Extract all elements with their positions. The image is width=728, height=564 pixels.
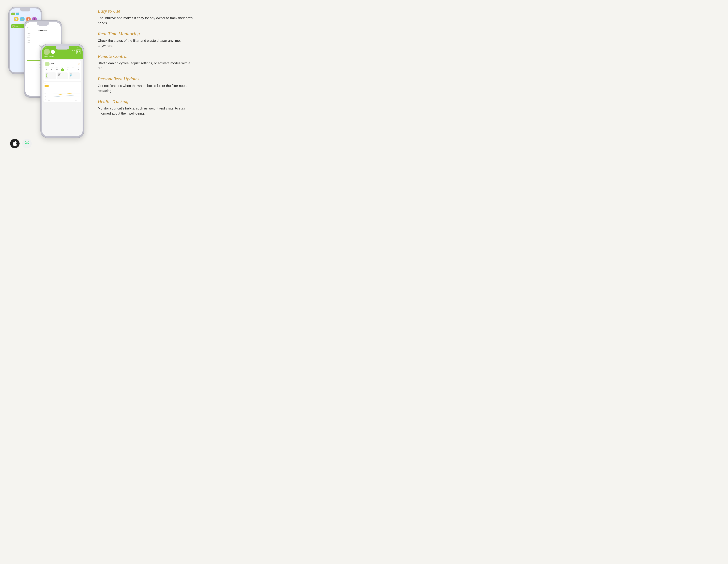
feature-real-time-monitoring: Real-Time Monitoring Check the status of… xyxy=(98,31,195,48)
stat-weight: Weight 5.1 /kg xyxy=(69,72,80,79)
cal-sat: SAT 3 xyxy=(77,67,80,71)
android-icon[interactable] xyxy=(22,139,32,148)
feature-rtm-desc: Check the status of the filter and waste… xyxy=(98,38,195,48)
svg-line-24 xyxy=(28,141,28,142)
phone-back-notch xyxy=(20,8,30,11)
wc-title: Weight curve xyxy=(44,83,80,85)
svg-rect-18 xyxy=(28,145,28,146)
front-calendar: SUN 28 MON 29 TUE 30 xyxy=(45,67,80,71)
front-cat-section: Name 2 years < 分享 SUN 28 xyxy=(43,60,81,81)
wc-tab-6months[interactable]: 6months xyxy=(54,85,59,87)
mid-device-label: Device n... xyxy=(27,33,59,34)
features-container: Easy to Use The intuitive app makes it e… xyxy=(98,7,195,121)
front-cat-name: Name xyxy=(51,63,77,64)
feature-ht-title: Health Tracking xyxy=(98,99,195,104)
mid-connecting-title: Connecting xyxy=(27,29,59,31)
cal-tue: TUE 30 xyxy=(55,67,58,71)
badge-home[interactable]: Home xyxy=(44,56,48,57)
svg-rect-20 xyxy=(29,143,29,144)
feature-easy-to-use: Easy to Use The intuitive app makes it e… xyxy=(98,8,195,26)
front-body: Name 2 years < 分享 SUN 28 xyxy=(42,59,83,136)
front-cat-avatar xyxy=(45,62,50,66)
svg-point-21 xyxy=(26,143,26,144)
front-stats: Today 6 Times Average 66 s Weight xyxy=(45,72,80,79)
front-cat-age: 2 years xyxy=(51,64,77,65)
svg-line-23 xyxy=(25,141,26,142)
wc-x-labels: 02.18 03.18 xyxy=(44,100,80,101)
apple-icon[interactable] xyxy=(10,139,20,148)
wc-tab-12months[interactable]: 12months xyxy=(59,85,64,87)
platform-icons xyxy=(10,139,32,148)
phones-section: Fecal pellets Cat litter 🔄 Auto mode 🌙 xyxy=(7,7,88,152)
feature-ht-desc: Monitor your cat's habits, such as weigh… xyxy=(98,106,195,116)
front-signal-icons: ▲▲ ☐ xyxy=(77,47,81,48)
stat-average: Average 66 s xyxy=(57,72,68,79)
front-settings-icon[interactable]: ✦ xyxy=(72,50,73,54)
wc-y-labels: 6.8kg 4.8kg 3.2kg 1.6kg 0kg xyxy=(44,88,46,100)
cal-fri: FRI 2 xyxy=(71,67,74,71)
front-add-btn[interactable]: + xyxy=(51,50,55,54)
svg-rect-17 xyxy=(26,145,26,146)
back-icon-auto: 🔄 Auto mode xyxy=(14,17,19,23)
feature-health-tracking: Health Tracking Monitor your cat's habit… xyxy=(98,99,195,116)
svg-point-22 xyxy=(27,143,28,144)
feature-pu-title: Personalized Updates xyxy=(98,76,195,82)
feature-rtm-title: Real-Time Monitoring xyxy=(98,31,195,36)
front-share-btn[interactable]: < 分享 xyxy=(77,63,80,65)
front-badges: Home Add Cat xyxy=(44,56,81,57)
back-icon-donotdisturb: 🌙 Do not dis... xyxy=(20,17,25,23)
badge-addcat[interactable]: Add Cat xyxy=(49,56,54,57)
pill1-label: Fecal pellets xyxy=(11,12,15,13)
cal-wed[interactable]: WED 31 xyxy=(61,67,64,71)
phone-mid-notch xyxy=(37,22,49,26)
wc-chart: 6.8kg 4.8kg 3.2kg 1.6kg 0kg xyxy=(44,88,80,100)
feature-easy-to-use-title: Easy to Use xyxy=(98,8,195,14)
feature-pu-desc: Get notifications when the waste box is … xyxy=(98,83,195,93)
cal-mon: MON 29 xyxy=(50,67,53,71)
front-sparkle-icon: ✦ xyxy=(74,50,75,54)
wc-tab-3months[interactable]: 3months xyxy=(49,85,54,87)
feature-rc-title: Remote Control xyxy=(98,54,195,59)
phone-front: 01:02 ▲▲ ☐ + ✦ ✦ xyxy=(40,44,84,138)
svg-rect-19 xyxy=(25,143,25,144)
cal-sun: SUN 28 xyxy=(45,67,48,71)
pill2-label: Cat litter xyxy=(16,12,19,13)
front-time: 01:02 xyxy=(44,47,47,48)
mid-log-rows: • 00:15 • 01:13 • 01:23 • 02:30 • 04:35 xyxy=(27,35,59,43)
wc-tab-1month[interactable]: 1month xyxy=(44,85,49,87)
stat-today: Today 6 Times xyxy=(45,72,56,79)
front-cat-info: Name 2 years xyxy=(51,63,77,65)
clean-label: Clean xyxy=(16,26,18,27)
feature-remote-control: Remote Control Start cleaning cycles, ad… xyxy=(98,54,195,71)
wc-tabs: 1month 3months 6months 12months xyxy=(44,85,80,87)
phone-front-notch xyxy=(56,46,69,50)
front-green-header: + ✦ ✦ xyxy=(42,48,83,59)
feature-rc-desc: Start cleaning cycles, adjust settings, … xyxy=(98,61,195,71)
svg-rect-5 xyxy=(78,51,78,51)
front-qr-icon[interactable] xyxy=(76,50,81,54)
mid-back-arrow[interactable]: ← xyxy=(27,26,59,28)
cal-thu: THU 1 xyxy=(66,67,69,71)
feature-easy-to-use-desc: The intuitive app makes it easy for any … xyxy=(98,16,195,26)
feature-personalized-updates: Personalized Updates Get notifications w… xyxy=(98,76,195,93)
front-avatar xyxy=(44,49,50,55)
weight-curve-section: Weight curve 1month 3months 6months 12mo… xyxy=(43,82,81,102)
